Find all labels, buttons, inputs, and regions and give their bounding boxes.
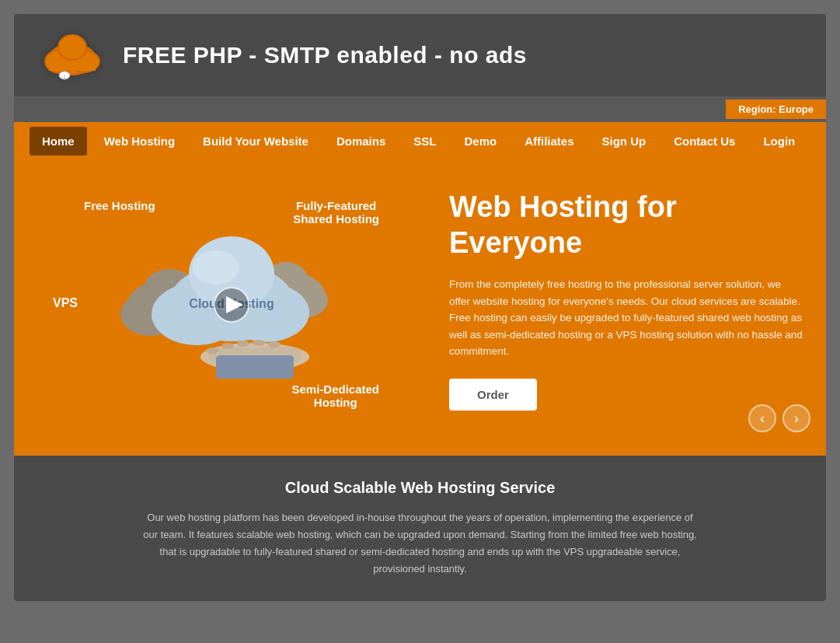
label-vps: VPS	[53, 296, 78, 310]
nav-demo[interactable]: Demo	[450, 124, 511, 159]
svg-rect-29	[216, 355, 294, 379]
header: FREE PHP - SMTP enabled - no ads	[14, 14, 826, 96]
region-bar: Region: Europe	[14, 96, 826, 122]
hero-illustration: Free Hosting Fully-FeaturedShared Hostin…	[37, 176, 426, 425]
main-wrapper: Home Web Hosting Build Your Website Doma…	[14, 122, 826, 601]
navigation: Home Web Hosting Build Your Website Doma…	[14, 122, 826, 160]
svg-point-28	[268, 341, 281, 348]
svg-point-27	[253, 340, 265, 346]
hero-title: Web Hosting for Everyone	[449, 190, 803, 260]
nav-domains[interactable]: Domains	[322, 124, 399, 159]
nav-home[interactable]: Home	[30, 127, 87, 156]
prev-arrow-button[interactable]: ‹	[748, 404, 776, 432]
header-title: FREE PHP - SMTP enabled - no ads	[123, 42, 527, 68]
svg-rect-4	[49, 61, 96, 71]
region-badge: Region: Europe	[726, 100, 826, 119]
svg-point-26	[237, 341, 249, 347]
order-button[interactable]: Order	[449, 379, 537, 411]
bottom-section: Cloud Scalable Web Hosting Service Our w…	[14, 456, 826, 601]
nav-ssl[interactable]: SSL	[399, 124, 450, 159]
hero-nav-arrows: ‹ ›	[748, 404, 810, 432]
nav-signup[interactable]: Sign Up	[588, 124, 660, 159]
nav-affiliates[interactable]: Affiliates	[511, 124, 587, 159]
svg-point-3	[58, 35, 86, 60]
nav-contact[interactable]: Contact Us	[660, 124, 749, 159]
nav-login[interactable]: Login	[749, 124, 809, 159]
nav-web-hosting[interactable]: Web Hosting	[90, 124, 189, 159]
svg-point-20	[193, 250, 239, 285]
hero-section: Free Hosting Fully-FeaturedShared Hostin…	[14, 160, 826, 456]
bottom-title: Cloud Scalable Web Hosting Service	[76, 479, 764, 497]
nav-build-website[interactable]: Build Your Website	[189, 124, 322, 159]
hero-content: Web Hosting for Everyone From the comple…	[426, 190, 803, 411]
hero-description: From the completely free hosting to the …	[449, 276, 803, 360]
logo-icon	[37, 28, 107, 82]
svg-point-25	[221, 343, 234, 349]
bottom-description: Our web hosting platform has been develo…	[141, 509, 700, 578]
next-arrow-button[interactable]: ›	[782, 404, 810, 432]
svg-point-24	[206, 348, 218, 354]
cloud-hosting-illustration: Cloud Hosting	[107, 205, 356, 395]
